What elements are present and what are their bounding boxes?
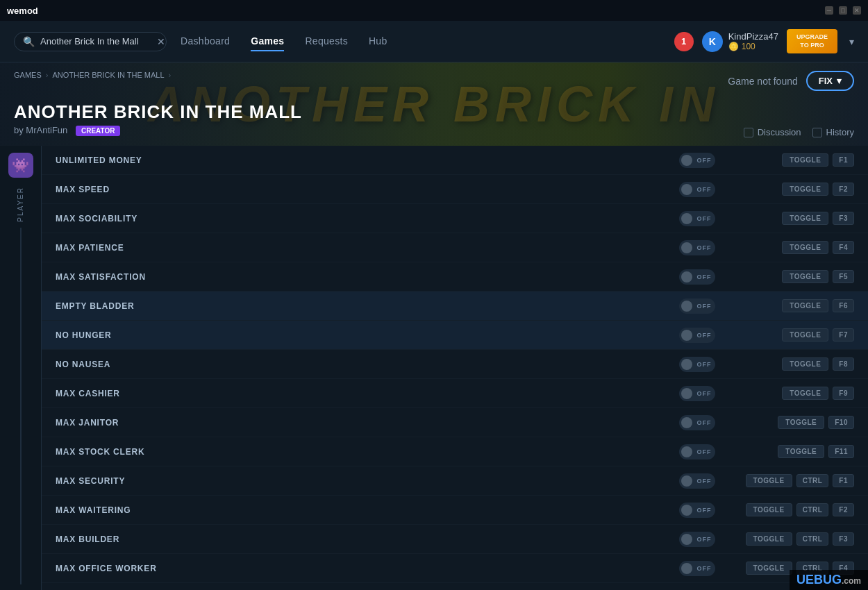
toggle-switch[interactable]: OFF xyxy=(679,240,715,255)
coin-icon: 🪙 xyxy=(728,42,739,51)
toggle-knob xyxy=(681,417,692,428)
cheat-name: MAX CASHIER xyxy=(56,389,679,398)
search-box[interactable]: 🔍 ✕ xyxy=(14,32,167,51)
nav-hub[interactable]: Hub xyxy=(369,32,387,51)
user-name: KindPizza47 xyxy=(728,31,778,42)
toggle-state-label: OFF xyxy=(697,244,712,251)
player-icon-glyph: 👾 xyxy=(12,157,29,174)
notification-badge[interactable]: 1 xyxy=(674,32,694,51)
toggle-text-button[interactable]: TOGGLE xyxy=(778,416,824,429)
cheat-row: EMPTY BLADDEROFFTOGGLEF6 xyxy=(42,292,868,321)
toggle-text-button[interactable]: TOGGLE xyxy=(746,503,792,516)
toggle-switch[interactable]: OFF xyxy=(679,269,715,285)
toggle-state-label: OFF xyxy=(697,536,712,543)
cheat-keybind-group: TOGGLEF3 xyxy=(729,212,854,225)
cheat-row: MAX COOKOFFTOGGLECTRLF5 xyxy=(42,583,868,590)
breadcrumb-games[interactable]: GAMES xyxy=(14,71,42,79)
function-key-badge: F6 xyxy=(833,299,854,312)
function-key-badge: F10 xyxy=(828,416,854,429)
history-label: History xyxy=(826,127,854,137)
minimize-button[interactable]: ─ xyxy=(825,6,833,15)
cheat-row: MAX SPEEDOFFTOGGLEF2 xyxy=(42,175,868,204)
cheat-name: MAX WAITERING xyxy=(56,505,679,515)
user-info[interactable]: K KindPizza47 🪙 100 xyxy=(702,31,778,52)
coin-amount: 100 xyxy=(742,42,756,51)
toggle-switch[interactable]: OFF xyxy=(679,561,715,576)
toggle-text-button[interactable]: TOGGLE xyxy=(782,328,828,342)
toggle-state-label: OFF xyxy=(697,215,712,222)
ctrl-key-badge: CTRL xyxy=(796,532,829,546)
cheat-row: MAX PATIENCEOFFTOGGLEF4 xyxy=(42,233,868,262)
cheat-row: NO NAUSEAOFFTOGGLEF8 xyxy=(42,350,868,379)
toggle-knob xyxy=(681,213,692,224)
author-prefix: by xyxy=(14,125,24,135)
toggle-text-button[interactable]: TOGGLE xyxy=(782,357,828,371)
toggle-switch[interactable]: OFF xyxy=(679,328,715,343)
toggle-switch[interactable]: OFF xyxy=(679,532,715,547)
watermark: UEBUG.com xyxy=(790,570,868,590)
titlebar-left: wemod xyxy=(7,6,38,16)
user-menu-chevron[interactable]: ▾ xyxy=(849,36,854,47)
toggle-text-button[interactable]: TOGGLE xyxy=(782,387,828,400)
cheat-row: NO HUNGEROFFTOGGLEF7 xyxy=(42,321,868,350)
toggle-text-button[interactable]: TOGGLE xyxy=(782,212,828,225)
cheat-keybind-group: TOGGLECTRLF1 xyxy=(729,474,854,487)
user-details: KindPizza47 🪙 100 xyxy=(728,31,778,51)
toggle-knob xyxy=(681,301,692,312)
cheat-name: MAX PATIENCE xyxy=(56,243,679,253)
function-key-badge: F4 xyxy=(833,241,854,254)
discussion-item[interactable]: Discussion xyxy=(744,127,801,137)
history-item[interactable]: History xyxy=(812,127,854,137)
toggle-text-button[interactable]: TOGGLE xyxy=(782,241,828,254)
nav-requests[interactable]: Requests xyxy=(305,32,348,51)
cheat-name: MAX JANITOR xyxy=(56,418,679,428)
function-key-badge: F2 xyxy=(833,503,854,516)
maximize-button[interactable]: □ xyxy=(839,6,847,15)
toggle-state-label: OFF xyxy=(697,565,712,572)
toggle-text-button[interactable]: TOGGLE xyxy=(746,532,792,546)
nav-games[interactable]: Games xyxy=(251,32,284,51)
toggle-switch[interactable]: OFF xyxy=(679,298,715,314)
search-input[interactable] xyxy=(40,36,151,47)
toggle-switch[interactable]: OFF xyxy=(679,444,715,460)
toggle-text-button[interactable]: TOGGLE xyxy=(782,183,828,196)
cheat-keybind-group: TOGGLECTRLF2 xyxy=(729,503,854,516)
toggle-switch[interactable]: OFF xyxy=(679,211,715,226)
breadcrumb-sep1: › xyxy=(46,71,49,79)
titlebar-controls[interactable]: ─ □ ✕ xyxy=(825,6,861,15)
toggle-switch[interactable]: OFF xyxy=(679,415,715,430)
breadcrumb: GAMES › ANOTHER BRICK IN THE MALL › xyxy=(14,71,171,79)
toggle-switch[interactable]: OFF xyxy=(679,386,715,401)
close-button[interactable]: ✕ xyxy=(853,6,861,15)
toggle-text-button[interactable]: TOGGLE xyxy=(746,474,792,487)
toggle-switch[interactable]: OFF xyxy=(679,473,715,489)
function-key-badge: F3 xyxy=(833,532,854,546)
toggle-state-label: OFF xyxy=(697,448,712,455)
cheat-name: UNLIMITED MONEY xyxy=(56,155,679,165)
nav-dashboard[interactable]: Dashboard xyxy=(181,32,230,51)
function-key-badge: F1 xyxy=(833,474,854,487)
cheat-name: NO NAUSEA xyxy=(56,360,679,369)
breadcrumb-current[interactable]: ANOTHER BRICK IN THE MALL xyxy=(52,71,164,79)
toggle-text-button[interactable]: TOGGLE xyxy=(782,153,828,167)
toggle-state-label: OFF xyxy=(697,390,712,397)
discussion-bar: Discussion History xyxy=(744,127,854,137)
fix-button[interactable]: FIX ▾ xyxy=(806,71,854,91)
toggle-switch[interactable]: OFF xyxy=(679,182,715,197)
breadcrumb-sep2: › xyxy=(169,71,172,79)
toggle-text-button[interactable]: TOGGLE xyxy=(746,562,792,575)
cheat-name: MAX SECURITY xyxy=(56,476,679,486)
toggle-text-button[interactable]: TOGGLE xyxy=(782,270,828,283)
toggle-text-button[interactable]: TOGGLE xyxy=(778,445,824,458)
cheat-name: MAX SPEED xyxy=(56,185,679,194)
toggle-text-button[interactable]: TOGGLE xyxy=(782,299,828,312)
upgrade-button[interactable]: UPGRADE TO PRO xyxy=(787,29,837,53)
cheat-row: MAX BUILDEROFFTOGGLECTRLF3 xyxy=(42,525,868,554)
player-icon[interactable]: 👾 xyxy=(8,153,33,178)
clear-search-button[interactable]: ✕ xyxy=(157,36,165,47)
function-key-badge: F2 xyxy=(833,183,854,196)
toggle-switch[interactable]: OFF xyxy=(679,503,715,518)
titlebar: wemod ─ □ ✕ xyxy=(0,0,868,21)
toggle-switch[interactable]: OFF xyxy=(679,153,715,168)
toggle-switch[interactable]: OFF xyxy=(679,357,715,372)
